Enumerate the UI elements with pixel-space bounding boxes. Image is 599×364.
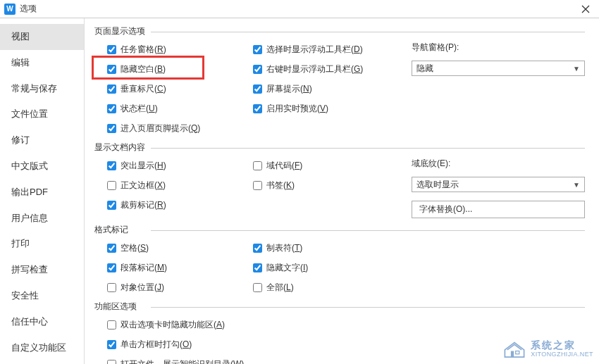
chevron-down-icon: ▼ xyxy=(573,181,580,189)
screen-tip-label: 屏幕提示(N) xyxy=(266,83,312,95)
status-bar-label: 状态栏(U) xyxy=(121,103,158,115)
watermark-cn: 系统之家 xyxy=(531,340,593,351)
float-toolbar-right-checkbox[interactable]: 右键时显示浮动工具栏(G) xyxy=(253,61,412,77)
dblclick-hide-ribbon-input[interactable] xyxy=(107,320,116,330)
highlight-input[interactable] xyxy=(107,161,116,170)
task-pane-label: 任务窗格(R) xyxy=(121,44,166,56)
section-doc-content: 显示文档内容 xyxy=(94,142,585,153)
vertical-ruler-checkbox[interactable]: 垂直标尺(C) xyxy=(107,81,253,96)
click-box-check-label: 单击方框时打勾(O) xyxy=(121,339,192,351)
click-box-check-input[interactable] xyxy=(107,340,116,349)
sidebar-item[interactable]: 安全性 xyxy=(0,283,84,309)
smart-toc-input[interactable] xyxy=(107,360,116,365)
section-ribbon: 功能区选项 xyxy=(94,301,585,313)
close-button[interactable] xyxy=(576,0,595,18)
crop-marks-input[interactable] xyxy=(107,201,116,210)
object-anchor-checkbox[interactable]: 对象位置(J) xyxy=(107,280,253,295)
status-bar-checkbox[interactable]: 状态栏(U) xyxy=(107,101,253,116)
task-pane-input[interactable] xyxy=(107,45,116,54)
sidebar-item[interactable]: 打印 xyxy=(0,231,84,257)
paragraph-marks-label: 段落标记(M) xyxy=(121,262,167,274)
sidebar-item[interactable]: 快速访问工具栏 xyxy=(0,360,84,364)
hidden-text-input[interactable] xyxy=(253,263,262,272)
sidebar-item[interactable]: 用户信息 xyxy=(0,206,84,232)
nav-pane-select[interactable]: 隐藏 ▼ xyxy=(412,61,585,76)
svg-rect-0 xyxy=(511,351,514,358)
status-bar-input[interactable] xyxy=(107,104,116,113)
field-shading-select[interactable]: 选取时显示 ▼ xyxy=(412,177,585,192)
object-anchor-label: 对象位置(J) xyxy=(121,282,164,294)
hidden-text-checkbox[interactable]: 隐藏文字(I) xyxy=(253,260,412,275)
house-icon xyxy=(502,340,526,358)
smart-toc-label: 打开文件，展示智能识别目录(W) xyxy=(121,358,244,365)
font-substitute-button[interactable]: 字体替换(O)... xyxy=(412,201,585,218)
live-preview-input[interactable] xyxy=(253,104,262,113)
float-toolbar-right-input[interactable] xyxy=(253,65,262,74)
sidebar-item[interactable]: 输出PDF xyxy=(0,180,84,206)
dblclick-hide-ribbon-label: 双击选项卡时隐藏功能区(A) xyxy=(121,319,225,331)
float-toolbar-select-input[interactable] xyxy=(253,45,262,54)
window-title: 选项 xyxy=(20,3,37,15)
tabs-checkbox[interactable]: 制表符(T) xyxy=(253,240,412,256)
close-icon xyxy=(581,5,590,13)
object-anchor-input[interactable] xyxy=(107,283,116,292)
field-shading-value: 选取时显示 xyxy=(416,179,459,191)
options-panel: 页面显示选项 任务窗格(R)隐藏空白(B)垂直标尺(C)状态栏(U)进入页眉页脚… xyxy=(85,18,599,364)
sidebar-item[interactable]: 文件位置 xyxy=(0,101,84,127)
sidebar-item[interactable]: 视图 xyxy=(0,24,84,50)
body-border-checkbox[interactable]: 正文边框(X) xyxy=(107,177,253,193)
section-format-marks: 格式标记 xyxy=(94,224,585,236)
all-marks-checkbox[interactable]: 全部(L) xyxy=(253,280,412,295)
all-marks-input[interactable] xyxy=(253,283,262,292)
click-box-check-checkbox[interactable]: 单击方框时打勾(O) xyxy=(107,337,244,352)
task-pane-checkbox[interactable]: 任务窗格(R) xyxy=(107,42,253,57)
hide-blank-checkbox[interactable]: 隐藏空白(B) xyxy=(107,61,253,77)
crop-marks-label: 裁剪标记(R) xyxy=(121,199,166,211)
spaces-checkbox[interactable]: 空格(S) xyxy=(107,240,253,256)
tabs-label: 制表符(T) xyxy=(266,242,302,254)
sidebar-item[interactable]: 修订 xyxy=(0,127,84,153)
field-codes-input[interactable] xyxy=(253,161,262,170)
header-footer-hint-input[interactable] xyxy=(107,124,116,133)
hide-blank-input[interactable] xyxy=(107,65,116,74)
highlight-checkbox[interactable]: 突出显示(H) xyxy=(107,158,253,173)
nav-pane-label: 导航窗格(P): xyxy=(412,42,585,54)
chevron-down-icon: ▼ xyxy=(573,65,580,73)
screen-tip-input[interactable] xyxy=(253,84,262,94)
sidebar-item[interactable]: 中文版式 xyxy=(0,153,84,180)
body-border-label: 正文边框(X) xyxy=(121,180,166,192)
dblclick-hide-ribbon-checkbox[interactable]: 双击选项卡时隐藏功能区(A) xyxy=(107,317,244,332)
sidebar-item[interactable]: 常规与保存 xyxy=(0,76,84,102)
sidebar: 视图编辑常规与保存文件位置修订中文版式输出PDF用户信息打印拼写检查安全性信任中… xyxy=(0,18,85,364)
float-toolbar-select-checkbox[interactable]: 选择时显示浮动工具栏(D) xyxy=(253,42,412,57)
live-preview-checkbox[interactable]: 启用实时预览(V) xyxy=(253,101,412,116)
smart-toc-checkbox[interactable]: 打开文件，展示智能识别目录(W) xyxy=(107,356,244,364)
section-page-display: 页面显示选项 xyxy=(94,25,585,37)
bookmarks-checkbox[interactable]: 书签(K) xyxy=(253,177,412,193)
sidebar-item[interactable]: 拼写检查 xyxy=(0,257,84,283)
field-codes-label: 域代码(F) xyxy=(266,160,302,172)
spaces-input[interactable] xyxy=(107,244,116,253)
paragraph-marks-checkbox[interactable]: 段落标记(M) xyxy=(107,260,253,275)
hidden-text-label: 隐藏文字(I) xyxy=(266,262,308,274)
bookmarks-input[interactable] xyxy=(253,181,262,190)
float-toolbar-right-label: 右键时显示浮动工具栏(G) xyxy=(266,63,363,75)
sidebar-item[interactable]: 自定义功能区 xyxy=(0,335,84,361)
nav-pane-value: 隐藏 xyxy=(416,63,433,75)
highlight-label: 突出显示(H) xyxy=(121,160,166,172)
screen-tip-checkbox[interactable]: 屏幕提示(N) xyxy=(253,81,412,96)
paragraph-marks-input[interactable] xyxy=(107,263,116,272)
vertical-ruler-input[interactable] xyxy=(107,84,116,94)
field-codes-checkbox[interactable]: 域代码(F) xyxy=(253,158,412,173)
spaces-label: 空格(S) xyxy=(121,242,149,254)
bookmarks-label: 书签(K) xyxy=(266,180,295,192)
tabs-input[interactable] xyxy=(253,244,262,253)
crop-marks-checkbox[interactable]: 裁剪标记(R) xyxy=(107,197,253,213)
body-border-input[interactable] xyxy=(107,181,116,190)
sidebar-item[interactable]: 编辑 xyxy=(0,50,84,76)
sidebar-item[interactable]: 信任中心 xyxy=(0,309,84,335)
header-footer-hint-checkbox[interactable]: 进入页眉页脚提示(Q) xyxy=(107,120,253,136)
hide-blank-label: 隐藏空白(B) xyxy=(121,63,166,75)
watermark: 系统之家 XITONGZHIJIA.NET xyxy=(502,340,593,358)
all-marks-label: 全部(L) xyxy=(266,282,294,294)
